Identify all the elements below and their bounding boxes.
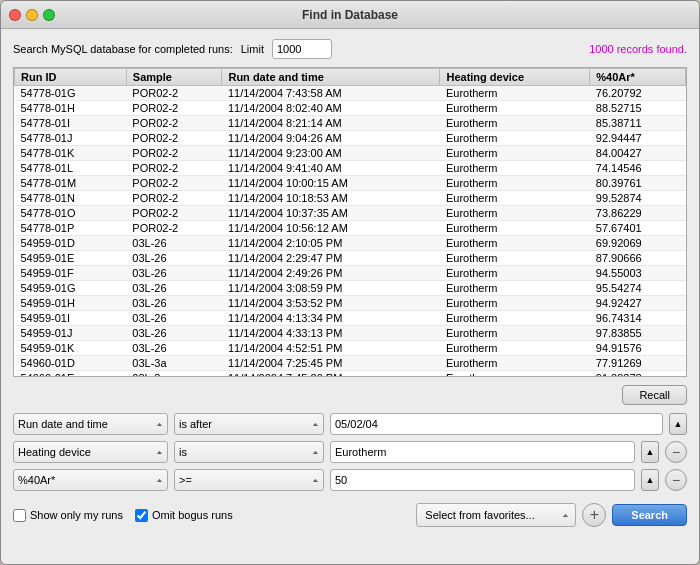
table-row[interactable]: 54959-01I03L-2611/14/2004 4:13:34 PMEuro…: [15, 311, 686, 326]
table-cell: 11/14/2004 7:45:20 PM: [222, 371, 440, 377]
sort-button-3[interactable]: ▲: [641, 469, 659, 491]
table-cell: 11/14/2004 2:29:47 PM: [222, 251, 440, 266]
table-row[interactable]: 54959-01J03L-2611/14/2004 4:33:13 PMEuro…: [15, 326, 686, 341]
table-cell: 54959-01E: [15, 251, 127, 266]
table-cell: 11/14/2004 9:23:00 AM: [222, 146, 440, 161]
close-button[interactable]: [9, 9, 21, 21]
table-cell: 11/14/2004 2:49:26 PM: [222, 266, 440, 281]
filter-field-1[interactable]: Run date and time Sample Heating device …: [13, 413, 168, 435]
table-cell: Eurotherm: [440, 161, 590, 176]
table-cell: POR02-2: [126, 146, 222, 161]
table-cell: 54778-01O: [15, 206, 127, 221]
title-bar: Find in Database: [1, 1, 699, 29]
table-row[interactable]: 54778-01IPOR02-211/14/2004 8:21:14 AMEur…: [15, 116, 686, 131]
search-label-area: Search MySQL database for completed runs…: [13, 39, 332, 59]
table-cell: 54778-01G: [15, 86, 127, 101]
sort-button-2[interactable]: ▲: [641, 441, 659, 463]
table-row[interactable]: 54778-01LPOR02-211/14/2004 9:41:40 AMEur…: [15, 161, 686, 176]
favorites-select[interactable]: Select from favorites...: [416, 503, 576, 527]
table-row[interactable]: 54959-01F03L-2611/14/2004 2:49:26 PMEuro…: [15, 266, 686, 281]
table-row[interactable]: 54778-01PPOR02-211/14/2004 10:56:12 AMEu…: [15, 221, 686, 236]
col-40ar: %40Ar*: [590, 69, 686, 86]
remove-filter-3-button[interactable]: −: [665, 469, 687, 491]
filter-field-2[interactable]: Heating device Run date and time Sample …: [13, 441, 168, 463]
table-cell: 54959-01G: [15, 281, 127, 296]
sort-button-1[interactable]: ▲: [669, 413, 687, 435]
table-cell: 94.92427: [590, 296, 686, 311]
table-cell: 11/14/2004 9:41:40 AM: [222, 161, 440, 176]
favorites-wrapper: Select from favorites...: [416, 503, 576, 527]
table-cell: 11/14/2004 4:52:51 PM: [222, 341, 440, 356]
recall-button[interactable]: Recall: [622, 385, 687, 405]
table-cell: 96.74314: [590, 311, 686, 326]
limit-input[interactable]: [272, 39, 332, 59]
filter-section: Run date and time Sample Heating device …: [13, 413, 687, 491]
table-cell: 85.38711: [590, 116, 686, 131]
filter-field-1-wrapper: Run date and time Sample Heating device …: [13, 413, 168, 435]
table-row[interactable]: 54778-01KPOR02-211/14/2004 9:23:00 AMEur…: [15, 146, 686, 161]
table-row[interactable]: 54959-01H03L-2611/14/2004 3:53:52 PMEuro…: [15, 296, 686, 311]
table-cell: 88.52715: [590, 101, 686, 116]
table-row[interactable]: 54960-01D03L-3a11/14/2004 7:25:45 PMEuro…: [15, 356, 686, 371]
table-cell: 54959-01H: [15, 296, 127, 311]
omit-bogus-runs-checkbox[interactable]: [135, 509, 148, 522]
col-sample: Sample: [126, 69, 222, 86]
table-cell: 74.14546: [590, 161, 686, 176]
remove-filter-2-button[interactable]: −: [665, 441, 687, 463]
table-cell: 54959-01I: [15, 311, 127, 326]
table-cell: 84.00427: [590, 146, 686, 161]
table-row[interactable]: 54778-01NPOR02-211/14/2004 10:18:53 AMEu…: [15, 191, 686, 206]
window-controls: [9, 9, 55, 21]
table-cell: 03L-26: [126, 236, 222, 251]
table-cell: 54778-01K: [15, 146, 127, 161]
top-bar: Search MySQL database for completed runs…: [13, 39, 687, 59]
search-button[interactable]: Search: [612, 504, 687, 526]
records-found: 1000 records found.: [589, 43, 687, 55]
maximize-button[interactable]: [43, 9, 55, 21]
table-cell: 54778-01J: [15, 131, 127, 146]
table-cell: Eurotherm: [440, 356, 590, 371]
table-cell: 54959-01D: [15, 236, 127, 251]
table-row[interactable]: 54960-01E03L-3a11/14/2004 7:45:20 PMEuro…: [15, 371, 686, 377]
table-cell: 54778-01N: [15, 191, 127, 206]
filter-condition-1[interactable]: is after is before is is not: [174, 413, 324, 435]
col-run-date-time: Run date and time: [222, 69, 440, 86]
table-cell: Eurotherm: [440, 131, 590, 146]
table-cell: 11/14/2004 4:13:34 PM: [222, 311, 440, 326]
table-cell: 54959-01K: [15, 341, 127, 356]
minimize-button[interactable]: [26, 9, 38, 21]
table-row[interactable]: 54778-01GPOR02-211/14/2004 7:43:58 AMEur…: [15, 86, 686, 101]
table-cell: POR02-2: [126, 221, 222, 236]
table-cell: Eurotherm: [440, 281, 590, 296]
table-cell: Eurotherm: [440, 116, 590, 131]
table-cell: 03L-26: [126, 266, 222, 281]
table-cell: 54778-01M: [15, 176, 127, 191]
table-cell: POR02-2: [126, 176, 222, 191]
table-row[interactable]: 54959-01E03L-2611/14/2004 2:29:47 PMEuro…: [15, 251, 686, 266]
filter-value-3[interactable]: [330, 469, 635, 491]
table-cell: POR02-2: [126, 131, 222, 146]
add-favorite-button[interactable]: +: [582, 503, 606, 527]
show-only-my-runs-checkbox[interactable]: [13, 509, 26, 522]
table-cell: 03L-26: [126, 341, 222, 356]
table-row[interactable]: 54959-01K03L-2611/14/2004 4:52:51 PMEuro…: [15, 341, 686, 356]
table-row[interactable]: 54959-01D03L-2611/14/2004 2:10:05 PMEuro…: [15, 236, 686, 251]
table-cell: Eurotherm: [440, 176, 590, 191]
filter-field-3[interactable]: %40Ar* Run date and time Sample Heating …: [13, 469, 168, 491]
filter-condition-2[interactable]: is is not contains: [174, 441, 324, 463]
table-cell: 11/14/2004 7:25:45 PM: [222, 356, 440, 371]
table-cell: 11/14/2004 9:04:26 AM: [222, 131, 440, 146]
filter-condition-3[interactable]: >= <= = > <: [174, 469, 324, 491]
table-cell: Eurotherm: [440, 101, 590, 116]
table-row[interactable]: 54778-01JPOR02-211/14/2004 9:04:26 AMEur…: [15, 131, 686, 146]
show-only-my-runs-label[interactable]: Show only my runs: [13, 509, 123, 522]
table-cell: 11/14/2004 8:21:14 AM: [222, 116, 440, 131]
table-cell: Eurotherm: [440, 206, 590, 221]
filter-value-2[interactable]: [330, 441, 635, 463]
table-row[interactable]: 54778-01MPOR02-211/14/2004 10:00:15 AMEu…: [15, 176, 686, 191]
table-row[interactable]: 54959-01G03L-2611/14/2004 3:08:59 PMEuro…: [15, 281, 686, 296]
table-row[interactable]: 54778-01OPOR02-211/14/2004 10:37:35 AMEu…: [15, 206, 686, 221]
table-row[interactable]: 54778-01HPOR02-211/14/2004 8:02:40 AMEur…: [15, 101, 686, 116]
filter-value-1[interactable]: [330, 413, 663, 435]
omit-bogus-runs-label[interactable]: Omit bogus runs: [135, 509, 233, 522]
